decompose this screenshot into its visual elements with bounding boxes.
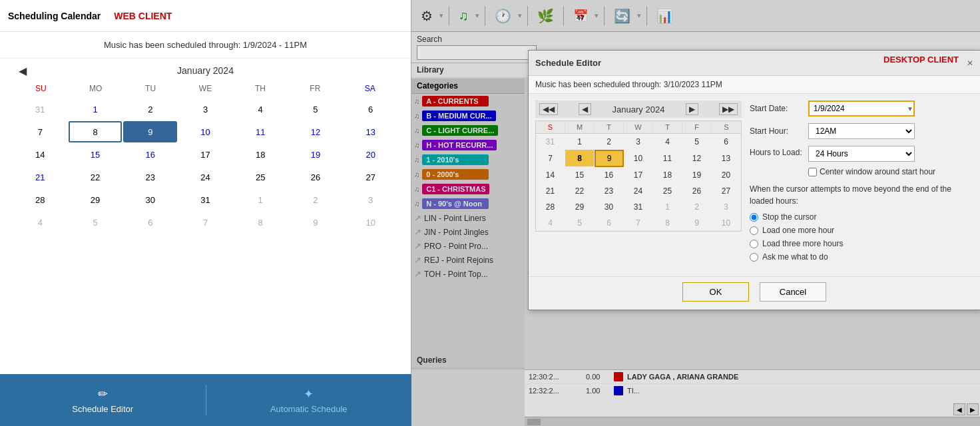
- mini-cal-day[interactable]: 8: [653, 215, 682, 231]
- mini-cal-day[interactable]: 14: [536, 167, 565, 183]
- mini-cal-day[interactable]: 7: [624, 215, 653, 231]
- mini-cal-day[interactable]: 26: [682, 183, 712, 199]
- cal-day[interactable]: 2: [289, 189, 343, 210]
- prev-month-button[interactable]: ◀: [13, 63, 32, 79]
- mini-cal-day[interactable]: 24: [624, 183, 653, 199]
- cal-day[interactable]: 13: [344, 121, 397, 142]
- cal-day[interactable]: 4: [13, 212, 67, 233]
- radio-stop-cursor-input[interactable]: [750, 213, 758, 222]
- cal-day[interactable]: 17: [178, 144, 232, 165]
- mini-cal-day[interactable]: 12: [682, 150, 712, 167]
- cal-day[interactable]: 10: [344, 212, 397, 233]
- cal-day[interactable]: 19: [289, 144, 343, 165]
- cal-day[interactable]: 24: [178, 166, 232, 188]
- cal-day[interactable]: 28: [13, 189, 67, 210]
- mini-cal-day[interactable]: 20: [712, 167, 741, 183]
- cal-day[interactable]: 5: [289, 99, 343, 120]
- mini-cal-day[interactable]: 4: [653, 134, 682, 150]
- schedule-editor-button[interactable]: ✏ Schedule Editor: [0, 374, 206, 426]
- cal-day[interactable]: 21: [13, 166, 67, 188]
- cal-day[interactable]: 22: [69, 166, 122, 188]
- mini-cal-day[interactable]: 10: [712, 215, 741, 231]
- mini-cal-day[interactable]: 7: [536, 150, 565, 167]
- radio-load-three-input[interactable]: [750, 240, 758, 248]
- automatic-schedule-button[interactable]: ✦ Automatic Schedule: [206, 374, 412, 426]
- mini-cal-day[interactable]: 25: [653, 183, 682, 199]
- cal-day[interactable]: 12: [289, 121, 343, 142]
- cal-day[interactable]: 16: [123, 144, 177, 165]
- mini-cal-day[interactable]: 9: [682, 215, 712, 231]
- mini-cal-day[interactable]: 22: [565, 183, 595, 199]
- cal-day[interactable]: 25: [234, 166, 288, 188]
- cal-day[interactable]: 7: [178, 212, 232, 233]
- mini-cal-day[interactable]: 4: [536, 215, 565, 231]
- mini-cal-day[interactable]: 23: [595, 183, 624, 199]
- mini-cal-day[interactable]: 2: [595, 134, 624, 150]
- mini-cal-day[interactable]: 31: [624, 199, 653, 215]
- mini-cal-prev[interactable]: ◀: [579, 103, 591, 115]
- mini-cal-day[interactable]: 21: [536, 183, 565, 199]
- mini-cal-next[interactable]: ▶: [686, 103, 698, 115]
- cal-day[interactable]: 5: [69, 212, 122, 233]
- cal-day[interactable]: 1: [234, 189, 288, 210]
- mini-cal-day[interactable]: 29: [565, 199, 595, 215]
- cal-day[interactable]: 29: [69, 189, 122, 210]
- mini-cal-day[interactable]: 16: [595, 167, 624, 183]
- cal-day[interactable]: 4: [234, 99, 288, 120]
- radio-load-one-input[interactable]: [750, 226, 758, 235]
- cal-day[interactable]: 9: [289, 212, 343, 233]
- mini-cal-day[interactable]: 13: [712, 150, 741, 167]
- mini-cal-day[interactable]: 28: [536, 199, 565, 215]
- modal-close-button[interactable]: ✕: [967, 59, 973, 68]
- mini-cal-day[interactable]: 2: [682, 199, 712, 215]
- cal-day[interactable]: 30: [123, 189, 177, 210]
- cal-day[interactable]: 10: [178, 121, 232, 142]
- cal-day-9-selected[interactable]: 9: [123, 121, 177, 142]
- mini-cal-day[interactable]: 11: [653, 150, 682, 167]
- cal-day[interactable]: 6: [344, 99, 397, 120]
- mini-cal-day[interactable]: 31: [536, 134, 565, 150]
- start-hour-select[interactable]: 12AM 1AM 2AM: [808, 123, 915, 139]
- cal-day[interactable]: 31: [13, 99, 67, 120]
- mini-cal-fast-prev[interactable]: ◀◀: [539, 103, 558, 115]
- hours-select[interactable]: 24 Hours 12 Hours 6 Hours: [808, 146, 915, 162]
- cal-day[interactable]: 8: [234, 212, 288, 233]
- mini-cal-day[interactable]: 6: [595, 215, 624, 231]
- mini-cal-day[interactable]: 6: [712, 134, 741, 150]
- mini-cal-day[interactable]: 15: [565, 167, 595, 183]
- mini-cal-day[interactable]: 18: [653, 167, 682, 183]
- mini-cal-day[interactable]: 1: [565, 134, 595, 150]
- cal-day[interactable]: 31: [178, 189, 232, 210]
- cal-day[interactable]: 20: [344, 144, 397, 165]
- cal-day[interactable]: 14: [13, 144, 67, 165]
- start-date-input[interactable]: [808, 101, 915, 116]
- mini-cal-day[interactable]: 5: [682, 134, 712, 150]
- cal-day[interactable]: 23: [123, 166, 177, 188]
- center-window-checkbox[interactable]: [808, 168, 817, 176]
- cal-day[interactable]: 1: [69, 99, 122, 120]
- mini-cal-fast-next[interactable]: ▶▶: [719, 103, 738, 115]
- cal-day[interactable]: 3: [344, 189, 397, 210]
- mini-cal-day[interactable]: 19: [682, 167, 712, 183]
- radio-ask-input[interactable]: [750, 253, 758, 262]
- mini-cal-day[interactable]: 17: [624, 167, 653, 183]
- cal-day[interactable]: 18: [234, 144, 288, 165]
- mini-cal-day[interactable]: 10: [624, 150, 653, 167]
- cal-day[interactable]: 27: [344, 166, 397, 188]
- mini-cal-day[interactable]: 5: [565, 215, 595, 231]
- cal-day[interactable]: 15: [69, 144, 122, 165]
- cal-day[interactable]: 6: [123, 212, 177, 233]
- cal-day[interactable]: 3: [178, 99, 232, 120]
- mini-cal-day[interactable]: 30: [595, 199, 624, 215]
- mini-cal-day[interactable]: 27: [712, 183, 741, 199]
- mini-cal-day-9-selected[interactable]: 9: [595, 150, 624, 167]
- cancel-button[interactable]: Cancel: [760, 282, 826, 302]
- mini-cal-day[interactable]: 1: [653, 199, 682, 215]
- ok-button[interactable]: OK: [682, 282, 749, 302]
- cal-day[interactable]: 26: [289, 166, 343, 188]
- cal-day-8[interactable]: 8: [69, 121, 122, 142]
- mini-cal-day-8[interactable]: 8: [565, 150, 595, 167]
- cal-day[interactable]: 11: [234, 121, 288, 142]
- mini-cal-day[interactable]: 3: [624, 134, 653, 150]
- cal-day[interactable]: 7: [13, 121, 67, 142]
